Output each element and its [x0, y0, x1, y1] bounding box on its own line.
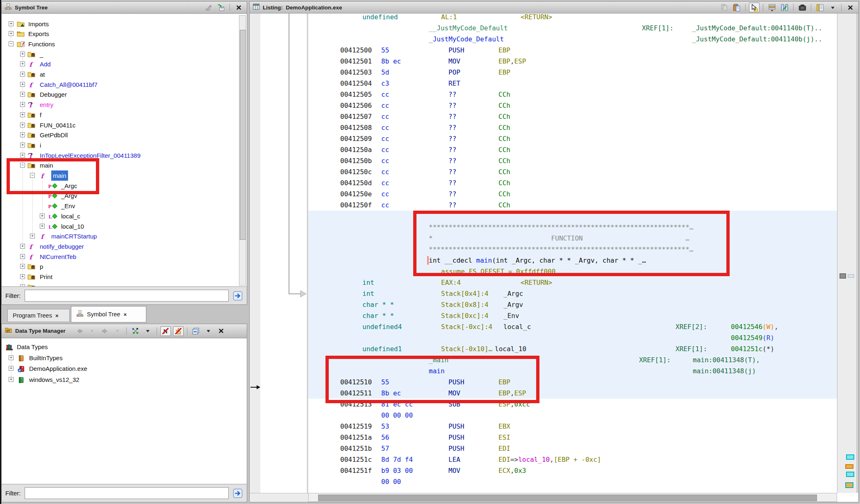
- expand-toggle[interactable]: +: [30, 234, 35, 238]
- expand-toggle[interactable]: +: [20, 244, 25, 249]
- tree-item-i[interactable]: +i: [2, 140, 247, 150]
- slashhand-icon[interactable]: [173, 326, 184, 336]
- listing-row[interactable]: undefined1Stack[-0x10]…local_10XREF[1]:0…: [308, 343, 837, 354]
- expand-toggle[interactable]: +: [20, 254, 25, 259]
- listing-row[interactable]: 004125035dPOPEBP: [308, 67, 837, 78]
- tree-item-getpdbdll[interactable]: +GetPdbDll: [2, 130, 247, 140]
- caretb-icon[interactable]: [827, 2, 838, 12]
- listing-row[interactable]: 00412504c3RET: [308, 78, 837, 89]
- filter-options-icon[interactable]: [232, 291, 243, 301]
- listing-row[interactable]: 00 00 00: [308, 410, 837, 421]
- listing-row[interactable]: intStack[0x4]:4_Argc: [308, 288, 837, 299]
- listing-titlebar[interactable]: Listing: DemoApplication.exe: [250, 2, 858, 14]
- caretb-icon[interactable]: [203, 326, 214, 336]
- tab-symbol-tree[interactable]: Symbol Tree ×: [71, 306, 146, 322]
- listing-row[interactable]: 0041251c8d 7d f4LEAEDI=>local_10,[EBP + …: [308, 454, 837, 465]
- listing-row[interactable]: undefined4Stack[-0xc]:4local_cXREF[2]:00…: [308, 321, 837, 332]
- tree-item-demoapplication-exe[interactable]: +DemoApplication.exe: [2, 363, 247, 374]
- overview-margin[interactable]: [837, 14, 857, 493]
- expand-toggle[interactable]: +: [40, 213, 45, 218]
- tree-item-fun-00411c[interactable]: +FUN_00411c: [2, 120, 247, 130]
- overview-mark-orange[interactable]: [845, 464, 853, 469]
- overview-mark-light[interactable]: [848, 274, 854, 278]
- expand-toggle[interactable]: +: [20, 112, 25, 117]
- pencil-icon[interactable]: [203, 2, 214, 12]
- paste-icon[interactable]: [731, 2, 742, 12]
- listing-row[interactable]: 00 00: [308, 476, 837, 487]
- tree-item-notify-debugger[interactable]: +fnotify_debugger: [2, 241, 247, 252]
- overview-mark-cyan[interactable]: [846, 454, 854, 460]
- camera-icon[interactable]: [797, 2, 808, 12]
- overview-mark-dual[interactable]: [845, 482, 853, 488]
- tree-item-entry[interactable]: +fentry: [2, 100, 247, 110]
- tab-close-icon[interactable]: ×: [123, 311, 127, 318]
- caretb-icon[interactable]: [143, 326, 153, 336]
- diffcols-icon[interactable]: [779, 2, 790, 12]
- listing-row[interactable]: 00412505cc??CCh: [308, 89, 837, 100]
- listing-row[interactable]: __JustMyCode_DefaultXREF[1]:_JustMyCode_…: [308, 23, 837, 34]
- listing-row[interactable]: 0041250dcc??CCh: [308, 177, 837, 188]
- filter-options-icon[interactable]: [232, 488, 243, 499]
- pagefmt-icon[interactable]: [814, 2, 825, 12]
- arrowl-icon[interactable]: [74, 326, 85, 336]
- listing-row[interactable]: 0041250ecc??CCh: [308, 188, 837, 200]
- tree-item-maincrtstartup[interactable]: +fmainCRTStartup: [2, 231, 247, 241]
- listing-row[interactable]: 0041251fb9 03 00MOVECX,0x3: [308, 465, 837, 476]
- caret-icon[interactable]: [112, 326, 123, 336]
- tree-item-print[interactable]: +Print: [2, 272, 247, 282]
- expand-toggle[interactable]: +: [20, 274, 25, 279]
- listing-row[interactable]: undefinedAL:1<RETURN>: [308, 14, 837, 23]
- expand-toggle[interactable]: +: [20, 72, 25, 77]
- listing-row[interactable]: 0041250acc??CCh: [308, 144, 837, 155]
- scrollbar-thumb[interactable]: [318, 495, 817, 501]
- tree-item-add[interactable]: +fAdd: [2, 59, 247, 69]
- symbol-tree-view[interactable]: +Imports+Exports−fFunctions+_+fAdd+at+fC…: [2, 14, 247, 287]
- listing-row[interactable]: intEAX:4<RETURN>: [308, 277, 837, 288]
- tree-item-imports[interactable]: +Imports: [2, 19, 247, 29]
- copy-icon[interactable]: [719, 2, 729, 12]
- tree-item-local-c[interactable]: +Llocal_c: [2, 211, 247, 221]
- tree-item-builtintypes[interactable]: +BuiltInTypes: [2, 353, 247, 363]
- expand-toggle[interactable]: +: [9, 377, 14, 382]
- tree-item-windows-vs12-32[interactable]: +windows_vs12_32: [2, 375, 247, 385]
- overview-mark-gray[interactable]: [840, 273, 846, 279]
- listing-row[interactable]: 0041251b57PUSHEDI: [308, 443, 837, 454]
- expand-toggle[interactable]: +: [20, 61, 25, 66]
- listing-row[interactable]: 0041251a56PUSHESI: [308, 432, 837, 443]
- listing-row[interactable]: 00412508cc??CCh: [308, 122, 837, 133]
- expand-toggle[interactable]: +: [9, 31, 14, 36]
- expand-toggle[interactable]: +: [20, 123, 25, 127]
- close-icon[interactable]: [845, 2, 855, 12]
- expand-toggle[interactable]: +: [20, 132, 25, 137]
- close-icon[interactable]: [233, 2, 244, 12]
- expand-toggle[interactable]: +: [20, 82, 25, 87]
- tree-item-exports[interactable]: +Exports: [2, 29, 247, 39]
- fields-icon[interactable]: [767, 2, 777, 12]
- arrowr-icon[interactable]: [100, 326, 110, 336]
- listing-row[interactable]: 0041250bcc??CCh: [308, 155, 837, 166]
- tree-item--[interactable]: +_: [2, 49, 247, 59]
- listing-hscrollbar[interactable]: [308, 493, 837, 502]
- expand-toggle[interactable]: +: [20, 143, 25, 148]
- listing-row[interactable]: 00412549(R): [308, 332, 837, 343]
- expand-toggle[interactable]: +: [20, 264, 25, 269]
- tree-item-p[interactable]: +p: [2, 261, 247, 272]
- symbol-tree-filter-input[interactable]: [25, 290, 229, 302]
- listing-row[interactable]: char * *Stack[0x8]:4_Argv: [308, 299, 837, 310]
- newtree-icon[interactable]: [216, 2, 226, 12]
- tree-item--env[interactable]: P_Env: [2, 201, 247, 211]
- expand-toggle[interactable]: +: [20, 92, 25, 97]
- cursor-icon[interactable]: [749, 2, 760, 12]
- expand-toggle[interactable]: +: [20, 153, 25, 158]
- tab-close-icon[interactable]: ×: [55, 313, 59, 319]
- listing-row[interactable]: 00412509cc??CCh: [308, 133, 837, 144]
- expand-toggle[interactable]: +: [40, 224, 45, 229]
- slashn-icon[interactable]: N: [160, 326, 171, 336]
- tree-item-debugger[interactable]: +Debugger: [2, 89, 247, 100]
- tree-item-local-10[interactable]: +Llocal_10: [2, 221, 247, 232]
- expand-toggle[interactable]: +: [20, 52, 25, 57]
- dtm-filter-input[interactable]: [25, 487, 229, 499]
- expand-toggle[interactable]: +: [9, 355, 14, 360]
- tab-program-trees[interactable]: Program Trees ×: [7, 309, 70, 322]
- listing-row[interactable]: 0041250ccc??CCh: [308, 166, 837, 177]
